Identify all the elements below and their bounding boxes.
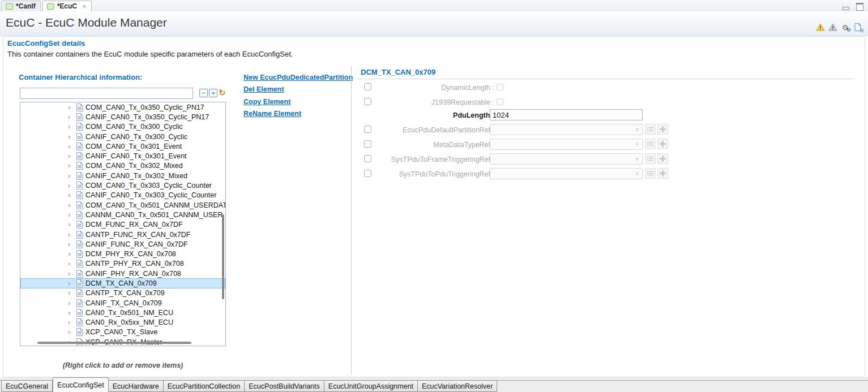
sync-gear-icon[interactable]: ⚙↻: [840, 23, 850, 32]
chevron-right-icon[interactable]: ›: [68, 114, 74, 120]
tree-item[interactable]: › CANIF_PHY_RX_CAN_0x708: [20, 269, 225, 278]
tree-item[interactable]: › COM_CAN0_Tx_0x303_Cyclic_Counter: [20, 180, 225, 190]
chevron-right-icon[interactable]: ›: [68, 163, 74, 169]
chevron-right-icon[interactable]: ›: [68, 290, 74, 296]
chevron-right-icon[interactable]: ›: [68, 261, 74, 266]
action-link[interactable]: Copy Element: [243, 96, 353, 108]
expand-all-button[interactable]: +: [209, 89, 217, 97]
list-button: [645, 124, 656, 135]
text-input[interactable]: [490, 109, 643, 120]
tree-item[interactable]: › COM_CAN0_Tx_0x501_CANNM_USERDAT: [20, 200, 225, 210]
tree-item[interactable]: › COM_CAN0_Tx_0x300_Cyclic: [20, 122, 225, 132]
enable-checkbox[interactable]: [364, 140, 371, 148]
tree-item[interactable]: › CANIF_CAN0_Tx_0x301_Event: [20, 151, 225, 161]
chevron-right-icon[interactable]: ›: [68, 281, 74, 286]
action-link[interactable]: Del Element: [243, 84, 353, 96]
chevron-right-icon[interactable]: ›: [68, 144, 74, 149]
module-tab[interactable]: EcucUnitGroupAssignment: [324, 380, 418, 392]
chevron-right-icon[interactable]: ›: [68, 203, 74, 208]
document-gear-icon[interactable]: ⚙: [853, 23, 862, 32]
tree-search-input[interactable]: [20, 88, 193, 99]
tree-item[interactable]: › CANTP_FUNC_RX_CAN_0x7DF: [20, 230, 225, 239]
chevron-right-icon[interactable]: ›: [68, 134, 74, 140]
collapse-all-button[interactable]: −: [199, 89, 208, 97]
enable-checkbox[interactable]: [364, 83, 371, 91]
chevron-right-icon[interactable]: ›: [68, 105, 74, 110]
tree-item[interactable]: › XCP_CAN0_TX_Slave: [20, 328, 225, 337]
action-link[interactable]: ReName Element: [243, 108, 353, 120]
editor-tab-label: *CanIf: [16, 2, 36, 10]
tree-item[interactable]: › COM_CAN0_Tx_0x302_Mixed: [20, 161, 225, 171]
tree-item[interactable]: › DCM_PHY_RX_CAN_0x708: [20, 249, 225, 259]
tree-item[interactable]: › CANIF_CAN0_Tx_0x302_Mixed: [20, 171, 225, 180]
enable-checkbox[interactable]: [364, 170, 371, 177]
document-icon: [76, 162, 83, 170]
chevron-right-icon[interactable]: ›: [68, 320, 74, 325]
tree-item[interactable]: › COM_CAN0_Tx_0x350_Cyclic_PN17: [20, 102, 225, 112]
document-icon: [76, 240, 83, 248]
detail-row: SysTPduToFrameTriggeringRef :∨: [357, 153, 674, 167]
chevron-right-icon[interactable]: ›: [68, 242, 74, 247]
tree-item[interactable]: › CAN0_Rx_0x5xx_NM_ECU: [20, 318, 225, 328]
minimize-icon[interactable]: [843, 7, 849, 10]
chevron-right-icon[interactable]: ›: [68, 329, 74, 335]
chevron-right-icon[interactable]: ›: [68, 251, 74, 257]
chevron-right-icon[interactable]: ›: [68, 173, 74, 179]
field-label: SysTPduToFrameTriggeringRef :: [379, 156, 494, 163]
tree-hint: (Right click to add or remove items): [20, 361, 226, 369]
value-checkbox: [497, 84, 503, 91]
document-icon: [76, 113, 83, 121]
tree-item[interactable]: › DCM_TX_CAN_0x709: [20, 278, 225, 288]
detail-title: DCM_TX_CAN_0x709: [361, 68, 435, 76]
maximize-icon[interactable]: [856, 3, 863, 11]
tree-item[interactable]: › CANIF_CAN0_Tx_0x303_Cyclic_Counter: [20, 191, 225, 200]
tree-item[interactable]: › CANIF_CAN0_Tx_0x300_Cyclic: [20, 132, 225, 141]
tree-item[interactable]: › COM_CAN0_Tx_0x301_Event: [20, 141, 225, 151]
vertical-scrollbar[interactable]: [222, 214, 224, 299]
tree-item[interactable]: › CANNM_CAN0_Tx_0x501_CANNM_USER: [20, 210, 225, 219]
tree-item[interactable]: › CANTP_PHY_RX_CAN_0x708: [20, 259, 225, 269]
file-icon: [6, 3, 13, 10]
chevron-right-icon[interactable]: ›: [68, 192, 74, 198]
module-tab[interactable]: EcucConfigSet: [53, 377, 109, 392]
document-icon: [76, 123, 83, 131]
chevron-right-icon[interactable]: ›: [68, 271, 74, 277]
enable-checkbox[interactable]: [364, 98, 371, 105]
tree-item[interactable]: › DCM_FUNC_RX_CAN_0x7DF: [20, 220, 225, 230]
field-label: J1939Requestable :: [379, 98, 494, 106]
enable-checkbox[interactable]: [364, 126, 371, 133]
chevron-right-icon[interactable]: ›: [68, 232, 74, 238]
module-tab[interactable]: EcuCGeneral: [1, 380, 53, 392]
module-tab[interactable]: EcucVariationResolver: [418, 380, 498, 392]
close-icon[interactable]: ✕: [82, 3, 87, 10]
editor-tab[interactable]: *CanIf: [1, 1, 41, 11]
module-tab[interactable]: EcucPartitionCollection: [164, 380, 245, 392]
action-link[interactable]: New EcucPduDedicatedPartition: [243, 72, 353, 84]
document-icon: [76, 104, 83, 111]
tree-item[interactable]: › CAN0_Tx_0x501_NM_ECU: [20, 308, 225, 317]
tree-item[interactable]: › CANIF_CAN0_Tx_0x350_Cyclic_PN17: [20, 112, 225, 122]
tree-item[interactable]: › CANIF_TX_CAN_0x709: [20, 298, 225, 308]
warning-gray-icon: [828, 23, 837, 32]
chevron-right-icon[interactable]: ›: [68, 310, 74, 316]
document-icon: [76, 191, 83, 199]
module-tab[interactable]: EcucHardware: [109, 380, 164, 392]
chevron-right-icon[interactable]: ›: [68, 183, 74, 188]
chevron-right-icon[interactable]: ›: [68, 153, 74, 159]
container-tree: › COM_CAN0_Tx_0x350_Cyclic_PN17› CANIF_C…: [20, 102, 226, 346]
module-tab[interactable]: EcucPostBuildVariants: [245, 380, 324, 392]
horizontal-scrollbar[interactable]: [37, 342, 191, 344]
chevron-right-icon[interactable]: ›: [68, 222, 74, 227]
tree-item[interactable]: › CANIF_FUNC_RX_CAN_0x7DF: [20, 239, 225, 249]
detail-row: DynamicLength :: [357, 81, 674, 95]
header-toolbar: ⚙↻ ⚙: [815, 23, 862, 32]
chevron-right-icon[interactable]: ›: [68, 124, 74, 130]
tree-item[interactable]: › CANTP_TX_CAN_0x709: [20, 288, 225, 298]
chevron-right-icon[interactable]: ›: [68, 212, 74, 218]
document-icon: [76, 221, 83, 229]
editor-tab[interactable]: *EcuC✕: [42, 1, 92, 11]
refresh-icon[interactable]: ↻: [219, 88, 226, 97]
enable-checkbox[interactable]: [364, 155, 371, 162]
document-icon: [76, 133, 83, 141]
chevron-right-icon[interactable]: ›: [68, 300, 74, 306]
